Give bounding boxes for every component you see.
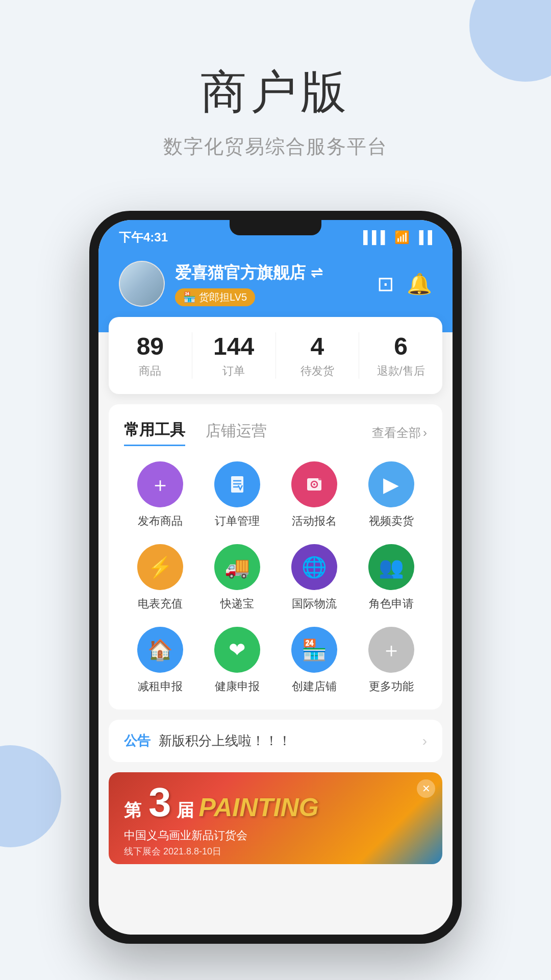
level-badge: 🏪 货郎担LV5: [175, 288, 255, 306]
tool-international-logistics[interactable]: 🌐 国际物流: [278, 544, 350, 611]
electric-recharge-icon: ⚡: [137, 544, 183, 590]
user-details: 爱喜猫官方旗舰店 ⇌ 🏪 货郎担LV5: [175, 262, 322, 306]
rent-reduction-label: 减租申报: [138, 679, 183, 694]
header-actions: ⊡ 🔔: [377, 272, 432, 296]
tool-more-features[interactable]: ＋ 更多功能: [355, 627, 427, 694]
tool-video-selling[interactable]: ▶ 视频卖货: [355, 461, 427, 529]
notice-text: 新版积分上线啦！！！: [159, 732, 414, 750]
health-report-icon: ❤: [214, 627, 260, 673]
signal-icon: ▌▌▌: [363, 230, 389, 244]
view-all-button[interactable]: 查看全部 ›: [372, 425, 427, 441]
banner-number: 3: [148, 779, 171, 826]
electric-recharge-label: 电表充值: [138, 596, 183, 611]
tool-health-report[interactable]: ❤ 健康申报: [201, 627, 273, 694]
order-management-icon: [214, 461, 260, 507]
avatar: [119, 261, 165, 307]
tab-store-operations[interactable]: 店铺运营: [206, 421, 267, 446]
phone-notch: [230, 220, 321, 235]
stat-refund-number: 6: [359, 332, 442, 360]
stat-goods-label: 商品: [109, 363, 192, 379]
stat-goods-number: 89: [109, 332, 192, 360]
svg-rect-7: [318, 477, 322, 480]
page-title: 商户版: [0, 61, 551, 124]
tab-common-tools[interactable]: 常用工具: [124, 420, 185, 446]
notice-section[interactable]: 公告 新版积分上线啦！！！ ›: [109, 720, 442, 762]
banner-section[interactable]: 第 3 届 PAINTING 中国义乌画业新品订货会 线下展会 2021.8.8…: [109, 772, 442, 864]
notice-arrow-icon: ›: [422, 733, 427, 749]
tool-publish-goods[interactable]: ＋ 发布商品: [124, 461, 196, 529]
stat-orders-label: 订单: [192, 363, 276, 379]
video-selling-label: 视频卖货: [369, 513, 414, 529]
level-icon: 🏪: [183, 291, 196, 303]
banner-row1: 第 3 届 PAINTING: [124, 779, 319, 826]
status-icons: ▌▌▌ 📶 ▐▐: [363, 230, 432, 244]
status-time: 下午4:31: [119, 229, 168, 246]
tool-express[interactable]: 🚚 快递宝: [201, 544, 273, 611]
health-report-label: 健康申报: [215, 679, 260, 694]
user-info: 爱喜猫官方旗舰店 ⇌ 🏪 货郎担LV5: [119, 261, 322, 307]
tools-tabs: 常用工具 店铺运营 查看全部 ›: [124, 420, 427, 446]
scan-button[interactable]: ⊡: [377, 272, 394, 296]
stat-refund[interactable]: 6 退款/售后: [359, 332, 442, 379]
more-features-icon: ＋: [368, 627, 414, 673]
chevron-right-icon: ›: [423, 426, 427, 440]
banner-extra: 线下展会 2021.8.8-10日: [124, 845, 319, 857]
international-logistics-icon: 🌐: [291, 544, 337, 590]
tool-rent-reduction[interactable]: 🏠 减租申报: [124, 627, 196, 694]
banner-content: 第 3 届 PAINTING 中国义乌画业新品订货会 线下展会 2021.8.8…: [124, 779, 319, 857]
activity-signup-label: 活动报名: [292, 513, 337, 529]
banner-painting-text: PAINTING: [199, 793, 319, 822]
express-icon: 🚚: [214, 544, 260, 590]
tool-create-store[interactable]: 🏪 创建店铺: [278, 627, 350, 694]
stat-pending-label: 待发货: [276, 363, 359, 379]
tool-activity-signup[interactable]: 活动报名: [278, 461, 350, 529]
role-apply-icon: 👥: [368, 544, 414, 590]
activity-signup-icon: [291, 461, 337, 507]
video-selling-icon: ▶: [368, 461, 414, 507]
tool-order-management[interactable]: 订单管理: [201, 461, 273, 529]
battery-icon: ▐▐: [415, 230, 432, 244]
stat-pending[interactable]: 4 待发货: [276, 332, 360, 379]
swap-icon[interactable]: ⇌: [311, 264, 322, 281]
publish-goods-icon: ＋: [137, 461, 183, 507]
tools-grid: ＋ 发布商品 订单管理: [124, 461, 427, 694]
stat-refund-label: 退款/售后: [359, 363, 442, 379]
tool-electric-recharge[interactable]: ⚡ 电表充值: [124, 544, 196, 611]
notice-tag: 公告: [124, 732, 151, 750]
create-store-icon: 🏪: [291, 627, 337, 673]
svg-point-6: [313, 483, 315, 485]
page-subtitle: 数字化贸易综合服务平台: [0, 134, 551, 160]
role-apply-label: 角色申请: [369, 596, 414, 611]
page-header: 商户版 数字化贸易综合服务平台: [0, 0, 551, 190]
banner-close-button[interactable]: ✕: [417, 779, 435, 798]
wifi-icon: 📶: [394, 230, 410, 244]
tools-section: 常用工具 店铺运营 查看全部 › ＋ 发布商品: [109, 404, 442, 709]
more-features-label: 更多功能: [369, 679, 414, 694]
rent-reduction-icon: 🏠: [137, 627, 183, 673]
stat-pending-number: 4: [276, 332, 359, 360]
stat-orders-number: 144: [192, 332, 276, 360]
phone-mockup: 下午4:31 ▌▌▌ 📶 ▐▐ 爱喜猫官方旗舰店 ⇌: [89, 211, 462, 944]
tool-role-apply[interactable]: 👥 角色申请: [355, 544, 427, 611]
store-name: 爱喜猫官方旗舰店 ⇌: [175, 262, 322, 284]
stats-card: 89 商品 144 订单 4 待发货 6 退款/售后: [109, 317, 442, 394]
stat-orders[interactable]: 144 订单: [192, 332, 276, 379]
banner-subtitle: 中国义乌画业新品订货会: [124, 828, 319, 843]
notification-button[interactable]: 🔔: [407, 272, 432, 296]
phone-wrapper: 下午4:31 ▌▌▌ 📶 ▐▐ 爱喜猫官方旗舰店 ⇌: [0, 211, 551, 944]
express-label: 快递宝: [220, 596, 254, 611]
avatar-image: [120, 262, 164, 306]
stat-goods[interactable]: 89 商品: [109, 332, 192, 379]
publish-goods-label: 发布商品: [138, 513, 183, 529]
create-store-label: 创建店铺: [292, 679, 337, 694]
order-management-label: 订单管理: [215, 513, 260, 529]
international-logistics-label: 国际物流: [292, 596, 337, 611]
phone-screen: 下午4:31 ▌▌▌ 📶 ▐▐ 爱喜猫官方旗舰店 ⇌: [98, 220, 453, 935]
